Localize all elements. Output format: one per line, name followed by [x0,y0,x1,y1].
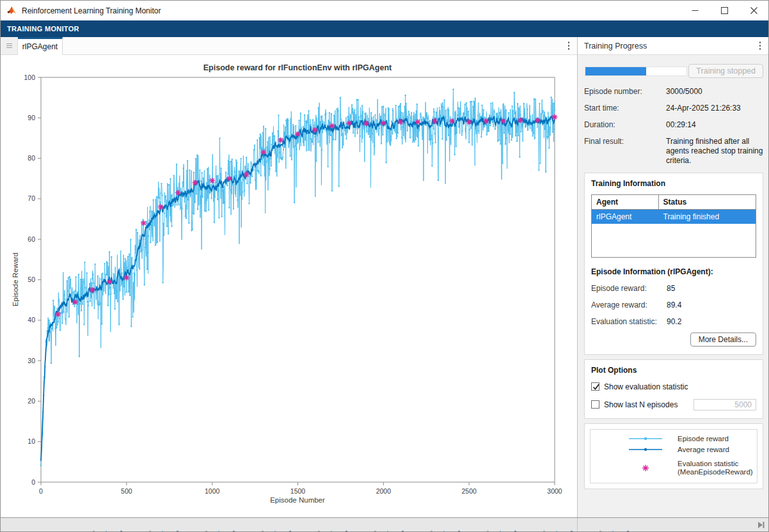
close-icon [750,7,757,14]
episode-number-row: Episode number: 3000/5000 [584,87,763,97]
legend-label: Evaluation statistic (MeanEpisodeReward) [678,460,753,476]
stat-value: 85 [667,284,675,293]
svg-text:30: 30 [28,357,35,364]
kebab-menu-icon [568,42,570,43]
minimize-button[interactable] [680,1,710,20]
checkbox[interactable] [591,382,599,391]
legend-item-episode-reward: Episode reward [616,435,754,443]
field-label: Duration: [584,120,666,130]
y-axis-label: Episode Reward [12,253,19,306]
plot-options-card: Plot Options Show evaluation statistic [584,359,763,419]
stat-value: 90.2 [667,317,681,326]
document-tab-bar: rlPGAgent [1,37,577,55]
table-row[interactable]: rlPGAgent Training finished [592,210,756,224]
svg-text:10: 10 [28,437,35,445]
evaluation-statistic-row: Evaluation statistic: 90.2 [591,317,756,326]
svg-text:100: 100 [24,74,35,81]
tab-rlpgagent[interactable]: rlPGAgent [18,37,63,55]
svg-text:60: 60 [28,235,35,243]
x-axis-label: Episode Number [270,496,325,504]
main-area: Episode reward for rlFunctionEnv with rl… [1,55,768,517]
agent-cell: rlPGAgent [592,210,659,224]
panel-title: Training Progress [578,42,647,51]
maximize-button[interactable] [710,1,739,20]
svg-text:70: 70 [28,194,35,202]
legend-box: Episode reward Average reward [590,429,757,483]
toolstrip-tab-bar: TRAINING MONITOR [1,20,768,37]
field-value: 00:29:14 [666,120,763,130]
svg-text:1000: 1000 [205,487,220,495]
checkbox-label: Show evaluation statistic [604,382,688,391]
field-label: Final result: [584,137,666,166]
checkbox[interactable] [591,400,599,409]
last-n-episodes-input[interactable] [694,399,756,411]
svg-text:2500: 2500 [461,487,477,495]
show-evaluation-statistic-option[interactable]: Show evaluation statistic [591,382,756,391]
expand-panel-button[interactable] [757,520,765,529]
legend-item-evaluation-statistic: Evaluation statistic (MeanEpisodeReward) [616,460,754,476]
column-header-status: Status [658,195,756,210]
legend-item-average-reward: Average reward [616,446,754,454]
svg-text:2000: 2000 [376,487,392,495]
panel-options-menu[interactable] [750,37,769,54]
duration-row: Duration: 00:29:14 [584,120,763,130]
window-title: Reinforcement Learning Training Monitor [22,6,161,15]
field-label: Start time: [584,104,666,113]
svg-text:500: 500 [121,487,132,495]
chart-title: Episode reward for rlFunctionEnv with rl… [203,63,392,72]
status-cell: Training finished [658,210,756,224]
legend-card: Episode reward Average reward [584,423,763,489]
close-button[interactable] [739,1,768,20]
svg-text:90: 90 [28,114,35,121]
asterisk-marker-icon [617,462,674,474]
matlab-logo-icon [6,6,17,16]
episode-reward-row: Episode reward: 85 [591,284,756,293]
panel-divider [577,518,578,532]
legend-label: Average reward [678,446,729,454]
training-progress-panel: Training Progress Training stopped Episo… [577,37,769,517]
stat-value: 89.4 [667,301,681,309]
stat-label: Average reward: [591,301,667,309]
maximize-icon [721,7,728,14]
episode-info-title: Episode Information (rlPGAgent): [591,267,756,276]
field-value: Training finished after all agents reach… [666,137,763,166]
check-icon [592,382,601,391]
empty-table-area [592,224,756,257]
tab-options-menu[interactable] [560,37,577,54]
average-reward-row: Average reward: 89.4 [591,301,756,309]
checkbox-label: Show last N episodes [604,400,678,409]
svg-text:20: 20 [28,397,35,405]
svg-text:50: 50 [28,276,35,283]
svg-text:1500: 1500 [290,487,306,495]
stat-label: Evaluation statistic: [591,317,667,326]
training-progress-bar [585,66,687,76]
show-last-n-episodes-option[interactable]: Show last N episodes [591,399,756,411]
panel-grip-icon[interactable] [1,37,18,54]
chart-panel: Episode reward for rlFunctionEnv with rl… [1,55,577,517]
svg-text:80: 80 [28,154,35,162]
field-value: 3000/5000 [666,87,763,97]
progress-fill [585,67,646,75]
reward-chart[interactable]: Episode reward for rlFunctionEnv with rl… [1,55,577,517]
start-time-row: Start time: 24-Apr-2025 21:26:33 [584,104,763,113]
final-result-row: Final result: Training finished after al… [584,137,763,166]
svg-text:40: 40 [28,316,35,324]
training-information-card: Training Information Agent Status rlPGAg… [584,173,763,355]
agents-table: Agent Status rlPGAgent Training finished [591,194,756,258]
app-window: Reinforcement Learning Training Monitor … [0,0,769,532]
section-title: Training Information [591,179,756,188]
training-stopped-button[interactable]: Training stopped [688,64,763,78]
svg-text:0: 0 [31,478,35,486]
field-label: Episode number: [584,87,666,97]
kebab-menu-icon [759,42,761,43]
episode-reward-line-swatch-icon [617,435,674,442]
field-value: 24-Apr-2025 21:26:33 [666,104,763,113]
svg-text:0: 0 [39,487,43,495]
panel-header: Training Progress [578,37,769,55]
more-details-button[interactable]: More Details... [690,332,756,347]
title-bar: Reinforcement Learning Training Monitor [1,1,768,20]
toolstrip-tab-training-monitor[interactable]: TRAINING MONITOR [1,25,79,33]
collapsed-bottom-strip [1,517,768,532]
average-reward-line-swatch-icon [617,446,674,453]
legend-label: Episode reward [678,435,729,443]
